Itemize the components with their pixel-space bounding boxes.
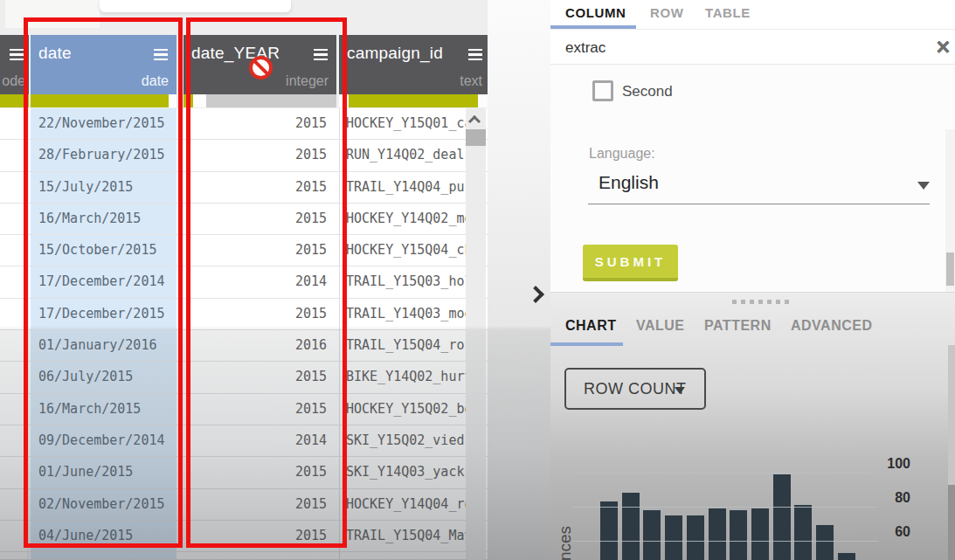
- table-cell[interactable]: 16/March/2015: [31, 204, 176, 234]
- table-cell[interactable]: HOCKEY_Y15Q04_chur: [339, 235, 486, 266]
- bar[interactable]: [773, 474, 791, 560]
- column-header-campaign-id[interactable]: campaign_id text: [339, 35, 488, 94]
- table-row[interactable]: 01/January/20162016TRAIL_Y15Q04_rosy: [0, 330, 488, 362]
- table-cell[interactable]: [0, 425, 29, 456]
- table-cell[interactable]: 2014: [183, 266, 336, 297]
- bar[interactable]: [600, 501, 618, 560]
- bar[interactable]: [622, 493, 640, 560]
- scrollbar-thumb[interactable]: [948, 485, 955, 560]
- table-cell[interactable]: 2015: [183, 108, 336, 139]
- table-cell[interactable]: 06/July/2015: [31, 362, 176, 392]
- table-cell[interactable]: 09/December/2014: [31, 425, 176, 456]
- tab-advanced[interactable]: ADVANCED: [791, 318, 872, 334]
- scrollbar-thumb[interactable]: [466, 129, 486, 146]
- table-cell[interactable]: TRAIL_Y15Q03_hold: [339, 266, 486, 297]
- table-cell[interactable]: TRAIL_Y15Q04_rosy: [339, 330, 486, 361]
- table-cell[interactable]: [0, 140, 29, 170]
- table-row[interactable]: 15/October/20152015HOCKEY_Y15Q04_chur: [0, 235, 488, 266]
- close-icon[interactable]: ×: [936, 34, 950, 61]
- table-cell[interactable]: [0, 235, 29, 266]
- tab-chart[interactable]: CHART: [565, 318, 617, 334]
- bar[interactable]: [816, 525, 834, 560]
- table-cell[interactable]: 28/February/2015: [31, 140, 176, 170]
- table-row[interactable]: 04/June/20152015TRAIL_Y15Q04_Mays: [0, 521, 488, 552]
- table-cell[interactable]: [0, 204, 29, 234]
- table-cell[interactable]: [0, 266, 29, 297]
- table-cell[interactable]: 2016: [183, 330, 336, 361]
- table-cell[interactable]: HOCKEY_Y15Q01_cant: [339, 108, 486, 139]
- table-row[interactable]: 16/March/20152015HOCKEY_Y15Q02_boos: [0, 394, 488, 425]
- table-row[interactable]: 06/July/20152015BIKE_Y14Q02_hurt: [0, 362, 488, 393]
- table-row[interactable]: 15/July/20152015TRAIL_Y14Q04_purr: [0, 172, 488, 204]
- table-cell[interactable]: TRAIL_Y14Q04_purr: [339, 172, 486, 203]
- table-cell[interactable]: 16/March/2015: [31, 394, 176, 425]
- table-cell[interactable]: [0, 394, 29, 425]
- table-cell[interactable]: TRAIL_Y15Q04_Mays: [339, 521, 486, 551]
- table-cell[interactable]: [0, 362, 29, 392]
- table-row[interactable]: 16/March/20152015HOCKEY_Y14Q02_mode: [0, 204, 488, 235]
- table-scrollbar[interactable]: [466, 108, 486, 560]
- table-cell[interactable]: RUN_Y14Q02_deal: [339, 140, 486, 170]
- submit-button[interactable]: SUBMIT: [583, 245, 678, 281]
- bar[interactable]: [794, 505, 812, 560]
- scroll-up-icon[interactable]: [468, 115, 481, 128]
- table-row[interactable]: 17/December/20142014TRAIL_Y15Q03_hold: [0, 266, 488, 298]
- table-cell[interactable]: 04/June/2015: [31, 521, 176, 551]
- table-cell[interactable]: 2015: [183, 172, 336, 203]
- table-cell[interactable]: 2015: [183, 457, 336, 487]
- table-cell[interactable]: [0, 521, 29, 551]
- column-header-partial[interactable]: ode: [0, 35, 29, 94]
- table-cell[interactable]: 2015: [183, 204, 336, 234]
- language-select[interactable]: English: [599, 172, 659, 193]
- column-menu-icon[interactable]: [154, 49, 168, 60]
- bar[interactable]: [643, 510, 661, 560]
- bar[interactable]: [730, 510, 747, 560]
- table-cell[interactable]: TRAIL_Y14Q03_moon: [339, 299, 486, 329]
- table-row[interactable]: 02/November/20152015HOCKEY_Y14Q04_roar: [0, 489, 488, 521]
- table-cell[interactable]: 2015: [183, 521, 336, 551]
- tab-column[interactable]: COLUMN: [565, 5, 626, 20]
- table-cell[interactable]: [0, 489, 29, 520]
- drag-handle-dots-icon[interactable]: [732, 300, 793, 305]
- second-checkbox[interactable]: [592, 80, 613, 101]
- table-row[interactable]: 28/February/20152015RUN_Y14Q02_deal: [0, 140, 488, 171]
- table-cell[interactable]: SKI_Y15Q02_vied: [339, 425, 486, 456]
- column-menu-icon[interactable]: [10, 49, 24, 60]
- table-cell[interactable]: HOCKEY_Y14Q04_roar: [339, 489, 486, 520]
- table-cell[interactable]: 2015: [183, 394, 336, 425]
- aggregate-dropdown-button[interactable]: ROW COUNT: [564, 368, 706, 410]
- table-cell[interactable]: 02/November/2015: [31, 489, 176, 520]
- bar[interactable]: [687, 515, 704, 560]
- table-cell[interactable]: HOCKEY_Y15Q02_boos: [339, 394, 486, 425]
- tab-table[interactable]: TABLE: [705, 5, 751, 20]
- table-cell[interactable]: BIKE_Y14Q02_hurt: [339, 362, 486, 392]
- bar[interactable]: [751, 508, 769, 560]
- table-cell[interactable]: [0, 330, 29, 361]
- table-cell[interactable]: 01/January/2016: [31, 330, 176, 361]
- bar[interactable]: [709, 508, 726, 560]
- table-cell[interactable]: 2015: [183, 235, 336, 266]
- table-row[interactable]: 09/December/20142014SKI_Y15Q02_vied: [0, 425, 488, 457]
- table-cell[interactable]: 17/December/2014: [31, 266, 176, 297]
- table-cell[interactable]: 2015: [183, 140, 336, 170]
- table-cell[interactable]: 01/June/2015: [31, 457, 176, 487]
- column-menu-icon[interactable]: [468, 49, 482, 60]
- table-cell[interactable]: HOCKEY_Y14Q02_mode: [339, 204, 486, 234]
- table-cell[interactable]: 2015: [183, 489, 336, 520]
- table-cell[interactable]: [0, 108, 29, 139]
- scrollbar-thumb[interactable]: [946, 252, 954, 286]
- search-input[interactable]: extrac: [565, 39, 606, 57]
- tab-row[interactable]: ROW: [650, 5, 683, 20]
- table-row[interactable]: 17/December/20152015TRAIL_Y14Q03_moon: [0, 299, 488, 330]
- table-cell[interactable]: 15/October/2015: [31, 235, 176, 266]
- bar[interactable]: [665, 515, 682, 560]
- dropdown-caret-icon[interactable]: [917, 182, 930, 190]
- bar[interactable]: [838, 553, 855, 560]
- table-row[interactable]: 01/June/20152015SKI_Y14Q03_yack: [0, 457, 488, 488]
- tab-pattern[interactable]: PATTERN: [704, 318, 772, 334]
- table-row[interactable]: 22/November/20152015HOCKEY_Y15Q01_cant: [0, 108, 488, 140]
- table-cell[interactable]: 22/November/2015: [31, 108, 176, 139]
- table-cell[interactable]: SKI_Y14Q03_yack: [339, 457, 486, 487]
- table-cell[interactable]: 2015: [183, 362, 336, 392]
- chart-scrollbar[interactable]: [948, 345, 955, 560]
